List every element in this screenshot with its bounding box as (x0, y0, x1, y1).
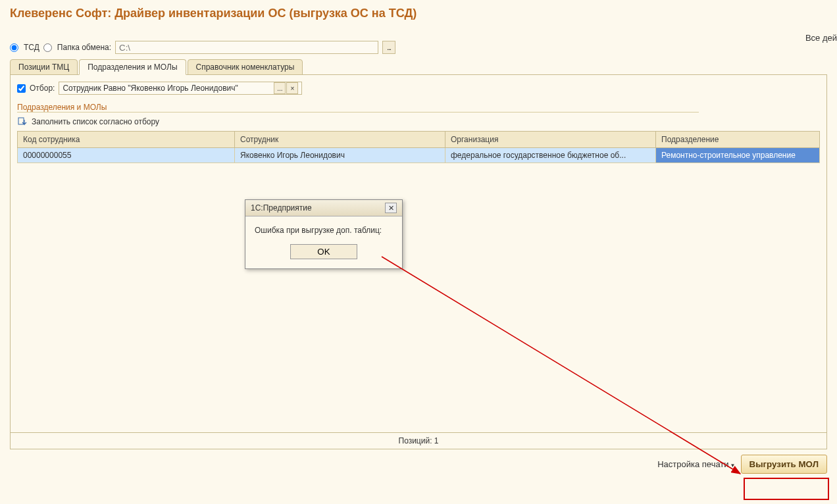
group-title: Подразделения и МОЛы (17, 103, 699, 113)
cell-employee: Яковенко Игорь Леонидович (235, 148, 445, 163)
dialog-close-button[interactable]: ✕ (385, 203, 397, 213)
filter-value: Сотрудник Равно "Яковенко Игорь Леонидов… (63, 84, 274, 93)
tabs: Позиции ТМЦ Подразделения и МОЛы Справоч… (0, 59, 837, 75)
filter-label: Отбор: (30, 84, 55, 93)
radio-tsd-label: ТСД (24, 43, 39, 52)
fill-icon (17, 116, 28, 127)
radio-folder[interactable] (43, 43, 52, 52)
col-employee[interactable]: Сотрудник (235, 132, 445, 148)
col-org[interactable]: Организация (445, 132, 656, 148)
page-title: Клеверенс Софт: Драйвер инвентаризации О… (0, 0, 837, 22)
print-settings-link[interactable]: Настройка печати▼ (657, 459, 735, 469)
filter-clear-button[interactable]: × (286, 82, 298, 94)
filter-checkbox[interactable] (17, 84, 26, 93)
radio-tsd[interactable] (10, 43, 18, 52)
dialog-body: Ошибка при выгрузке доп. таблиц: OK (245, 216, 402, 268)
tab-content: Отбор: Сотрудник Равно "Яковенко Игорь Л… (10, 74, 827, 449)
cell-dept: Ремонтно-строительное управление (656, 148, 820, 163)
filter-row: Отбор: Сотрудник Равно "Яковенко Игорь Л… (17, 82, 820, 95)
radio-folder-label: Папка обмена: (57, 43, 111, 52)
path-input[interactable] (115, 41, 378, 54)
destination-radio-row: ТСД Папка обмена: ... (0, 36, 837, 59)
mol-table: Код сотрудника Сотрудник Организация Под… (17, 131, 820, 163)
export-highlight-annotation (744, 478, 829, 500)
table-row[interactable]: 00000000055 Яковенко Игорь Леонидович фе… (18, 148, 820, 163)
cell-org: федеральное государственное бюджетное об… (445, 148, 656, 163)
tab-tmc[interactable]: Позиции ТМЦ (10, 59, 78, 75)
dialog-ok-button[interactable]: OK (290, 244, 357, 259)
tab-mol[interactable]: Подразделения и МОЛы (79, 59, 186, 75)
close-icon: ✕ (388, 204, 394, 213)
fill-list-action[interactable]: Заполнить список согласно отбору (17, 116, 820, 127)
status-bar: Позиций: 1 (11, 432, 826, 449)
fill-list-label: Заполнить список согласно отбору (32, 117, 159, 126)
col-dept[interactable]: Подразделение (656, 132, 820, 148)
all-actions-link[interactable]: Все дей (805, 33, 837, 43)
filter-browse-button[interactable]: ... (274, 82, 286, 94)
error-dialog: 1С:Предприятие ✕ Ошибка при выгрузке доп… (245, 199, 403, 269)
filter-input[interactable]: Сотрудник Равно "Яковенко Игорь Леонидов… (59, 82, 302, 95)
cell-code: 00000000055 (18, 148, 235, 163)
col-code[interactable]: Код сотрудника (18, 132, 235, 148)
export-mol-button[interactable]: Выгрузить МОЛ (741, 455, 828, 474)
tab-nomenclature[interactable]: Справочник номенклатуры (188, 59, 303, 75)
dialog-titlebar: 1С:Предприятие ✕ (245, 200, 402, 216)
dialog-title-text: 1С:Предприятие (251, 203, 312, 213)
dialog-message: Ошибка при выгрузке доп. таблиц: (255, 226, 393, 235)
footer-bar: Настройка печати▼ Выгрузить МОЛ (0, 449, 837, 479)
chevron-down-icon: ▼ (730, 463, 736, 468)
path-browse-button[interactable]: ... (382, 41, 395, 54)
